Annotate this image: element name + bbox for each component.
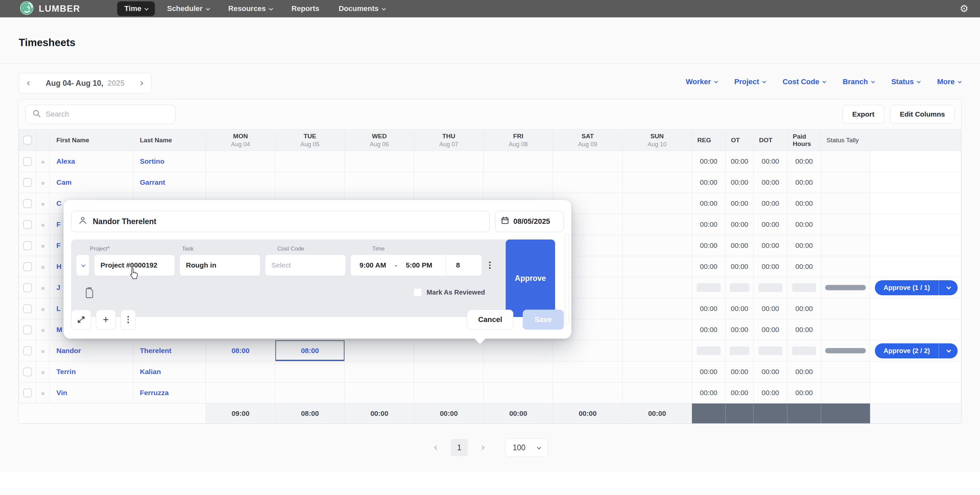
column-header-dot[interactable]: DOT [754,129,788,151]
column-header-paid-hours[interactable]: Paid Hours [788,129,821,151]
day-cell[interactable] [484,361,553,382]
approve-button[interactable]: Approve [506,240,555,317]
row-approve-button[interactable]: Approve (2 / 2) [875,343,958,358]
first-name-link[interactable]: Nandor [56,347,81,354]
day-cell[interactable] [275,151,345,172]
day-cell[interactable] [206,361,275,382]
filter-project[interactable]: Project [734,78,765,86]
first-name-link[interactable]: Cam [56,178,72,186]
day-cell[interactable] [484,382,553,404]
column-header-sat[interactable]: SATAug 09 [553,129,622,151]
next-week-icon[interactable] [139,81,143,86]
next-page-icon[interactable] [478,442,486,453]
row-approve-button[interactable]: Approve (1 / 1) [875,280,958,295]
first-name-link[interactable]: Alexa [56,157,75,165]
drag-handle-dot[interactable] [41,392,45,395]
row-checkbox[interactable] [23,367,32,377]
row-checkbox[interactable] [23,220,32,229]
cancel-button[interactable]: Cancel [467,310,513,330]
first-name-link[interactable]: J [56,284,60,291]
day-cell[interactable] [622,256,692,277]
day-cell[interactable] [345,340,414,361]
filter-more[interactable]: More [937,78,961,86]
day-cell[interactable] [553,151,622,172]
expand-modal-button[interactable] [71,310,91,330]
day-cell[interactable]: 08:00 [275,340,345,361]
end-time-value[interactable]: 5:00 PM [406,261,432,269]
day-cell[interactable] [622,298,692,319]
drag-handle-dot[interactable] [41,308,45,311]
day-cell[interactable] [414,382,484,404]
start-time-value[interactable]: 9:00 AM [351,261,386,269]
cost-code-field[interactable]: Select [266,255,345,276]
save-button[interactable]: Save [523,310,564,330]
last-name-link[interactable]: Garrant [140,178,165,186]
day-cell[interactable] [622,151,692,172]
first-name-link[interactable]: F [56,241,61,249]
settings-gear-icon[interactable]: ⚙ [959,4,969,14]
row-checkbox[interactable] [23,325,32,334]
column-header-sun[interactable]: SUNAug 10 [622,129,692,151]
day-cell[interactable] [484,340,553,361]
first-name-link[interactable]: Vin [56,389,67,396]
day-cell[interactable] [414,340,484,361]
first-name-link[interactable]: M [56,326,62,333]
last-name-link[interactable]: Kalian [140,368,161,375]
worker-name-field[interactable]: Nandor Therelent [71,211,490,232]
day-cell[interactable] [275,382,345,404]
row-checkbox[interactable] [23,157,32,166]
day-cell[interactable] [622,319,692,340]
column-header-fri[interactable]: FRIAug 08 [484,129,553,151]
last-name-link[interactable]: Therelent [140,347,172,354]
shift-row-menu-icon[interactable] [487,260,493,271]
column-header-last-name[interactable]: Last Name [133,129,206,151]
row-checkbox[interactable] [23,304,32,313]
last-name-link[interactable]: Ferruzza [140,389,169,396]
first-name-link[interactable]: L [56,305,61,312]
day-cell[interactable] [345,382,414,404]
modal-menu-button[interactable] [121,310,136,330]
prev-week-icon[interactable] [27,81,31,86]
day-cell[interactable]: 08:00 [206,340,275,361]
row-checkbox[interactable] [23,346,32,355]
drag-handle-dot[interactable] [41,329,45,332]
column-header-wed[interactable]: WEDAug 06 [345,129,414,151]
row-checkbox[interactable] [23,262,32,271]
day-cell[interactable] [553,361,622,382]
select-all-checkbox[interactable] [23,136,32,145]
filter-cost-code[interactable]: Cost Code [783,78,825,86]
day-cell[interactable] [622,340,692,361]
row-checkbox[interactable] [23,388,32,398]
drag-handle-dot[interactable] [41,245,45,248]
collapse-shift-button[interactable] [76,255,89,276]
day-cell[interactable] [622,235,692,256]
search-input[interactable] [46,110,169,118]
day-cell[interactable] [345,151,414,172]
day-cell[interactable] [414,151,484,172]
approve-dropdown-toggle[interactable] [939,349,958,352]
brand[interactable]: LUMBER [19,1,80,17]
clipboard-note-icon[interactable] [84,287,94,300]
column-header-thu[interactable]: THUAug 07 [414,129,484,151]
day-cell[interactable] [206,382,275,404]
edit-columns-button[interactable]: Edit Columns [890,105,955,124]
hours-value[interactable]: 8 [446,261,470,269]
row-checkbox[interactable] [23,199,32,208]
day-cell[interactable] [484,151,553,172]
time-field[interactable]: 9:00 AM - 5:00 PM 8 [351,255,482,276]
day-cell[interactable] [553,340,622,361]
column-header-tue[interactable]: TUEAug 05 [275,129,345,151]
day-cell[interactable] [622,193,692,214]
date-range-picker[interactable]: Aug 04- Aug 10, 2025 [19,73,151,94]
drag-handle-dot[interactable] [41,224,45,227]
first-name-link[interactable]: C [56,200,61,207]
drag-handle-dot[interactable] [41,161,45,164]
export-button[interactable]: Export [843,105,884,124]
day-cell[interactable] [622,172,692,193]
column-header-first-name[interactable]: First Name [50,129,133,151]
day-cell[interactable] [622,361,692,382]
nav-item-resources[interactable]: Resources [221,2,280,16]
day-cell[interactable] [622,214,692,235]
project-field[interactable]: Project #0000192 [94,255,175,276]
approve-dropdown-toggle[interactable] [939,286,958,289]
